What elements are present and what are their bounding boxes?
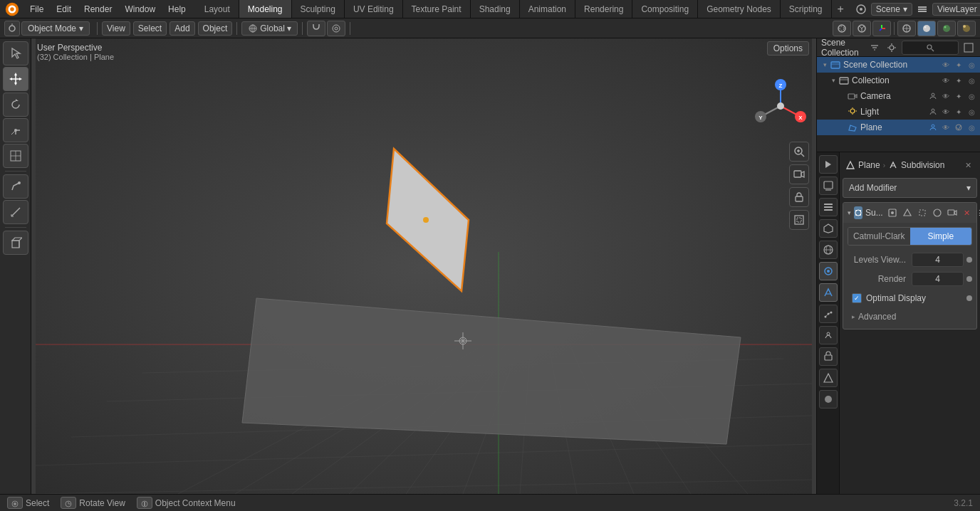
levels-view-dot[interactable] — [966, 257, 972, 263]
render-region-btn[interactable] — [789, 210, 809, 230]
wireframe-shading-btn[interactable] — [897, 21, 916, 36]
collection-item[interactable]: ▾ Collection 👁 ✦ ◎ — [817, 73, 980, 88]
render-properties-tab[interactable] — [819, 155, 838, 174]
cam-select[interactable]: ✦ — [953, 90, 964, 102]
modifier-editmode-btn[interactable] — [901, 206, 914, 219]
viewport-3d[interactable]: User Perspective (32) Collection | Plane… — [31, 38, 816, 494]
optimal-display-dot[interactable] — [966, 295, 972, 301]
tab-compositing[interactable]: Compositing — [632, 0, 698, 18]
modifier-expand-btn[interactable]: ▾ — [848, 209, 851, 216]
move-tool-btn[interactable] — [3, 67, 28, 91]
col-render[interactable]: ◎ — [966, 75, 977, 86]
plane-item[interactable]: Plane 👁 ◎ — [817, 120, 980, 135]
scene-collection-item[interactable]: ▾ Scene Collection 👁 ✦ ◎ — [817, 57, 980, 73]
cursor-tool-btn[interactable] — [3, 41, 28, 65]
plane-select[interactable] — [953, 122, 964, 133]
object-mode-dropdown[interactable]: Object Mode ▾ — [21, 21, 90, 36]
plane-visibility[interactable]: 👁 — [940, 122, 952, 133]
optimal-display-checkbox[interactable]: ✓ — [852, 293, 862, 303]
render-value[interactable]: 4 — [912, 272, 964, 286]
modifier-cage-btn[interactable] — [916, 206, 929, 219]
col-visibility[interactable]: 👁 — [940, 75, 952, 86]
navigation-gizmo[interactable]: Z X Y — [752, 78, 809, 135]
plane-user-icon[interactable] — [927, 122, 939, 133]
camera-view-btn[interactable] — [789, 164, 809, 184]
light-render[interactable]: ◎ — [966, 106, 977, 117]
simple-tab[interactable]: Simple — [910, 228, 972, 245]
menu-edit[interactable]: Edit — [51, 3, 77, 16]
cam-render[interactable]: ◎ — [966, 90, 977, 102]
light-user-icon[interactable] — [927, 106, 939, 117]
viewlayer-dropdown[interactable]: ViewLayer ▾ — [932, 3, 980, 16]
annotate-tool-btn[interactable] — [3, 174, 28, 199]
cam-visibility[interactable]: 👁 — [940, 90, 952, 102]
world-properties-tab[interactable] — [819, 241, 838, 259]
tab-scripting[interactable]: Scripting — [781, 0, 832, 18]
xray-toggle-btn[interactable] — [833, 21, 851, 36]
viewport-overlays-btn[interactable] — [853, 21, 871, 36]
outliner-filter-btn[interactable] — [867, 41, 882, 55]
menu-file[interactable]: File — [24, 3, 49, 16]
modifier-menu-btn[interactable]: ☰ — [976, 206, 980, 219]
transform-tool-btn[interactable] — [3, 144, 28, 168]
menu-window[interactable]: Window — [119, 3, 161, 16]
modifier-properties-tab[interactable] — [819, 283, 838, 302]
zoom-in-btn[interactable] — [789, 142, 809, 162]
add-btn[interactable]: Add — [170, 21, 194, 36]
proportional-edit-btn[interactable] — [327, 21, 345, 36]
viewlayer-properties-tab[interactable] — [819, 198, 838, 216]
add-cube-tool-btn[interactable] — [3, 231, 28, 255]
outliner-extra-btn[interactable] — [961, 41, 976, 55]
tab-sculpting[interactable]: Sculpting — [292, 0, 345, 18]
cam-user-icon[interactable] — [927, 90, 939, 102]
light-visibility[interactable]: 👁 — [940, 106, 952, 117]
plane-render[interactable]: ◎ — [966, 122, 977, 133]
tab-shading[interactable]: Shading — [471, 0, 520, 18]
view-btn[interactable]: View — [102, 21, 130, 36]
modifier-delete-btn[interactable]: ✕ — [961, 206, 974, 219]
lock-camera-btn[interactable] — [789, 187, 809, 207]
tab-rendering[interactable]: Rendering — [575, 0, 632, 18]
render-dot[interactable] — [966, 276, 972, 282]
tab-geometry-nodes[interactable]: Geometry Nodes — [698, 0, 781, 18]
snap-magnet-btn[interactable] — [307, 21, 325, 36]
menu-help[interactable]: Help — [162, 3, 192, 16]
object-icon-btn[interactable] — [4, 21, 20, 36]
rendered-shading-btn[interactable] — [957, 21, 976, 36]
add-modifier-button[interactable]: Add Modifier ▾ — [843, 178, 977, 198]
material-shading-btn[interactable] — [937, 21, 956, 36]
tab-modeling[interactable]: Modeling — [239, 0, 292, 18]
solid-shading-btn[interactable] — [917, 21, 936, 36]
modifier-realtime-btn[interactable] — [886, 206, 899, 219]
transform-global-dropdown[interactable]: Global ▾ — [241, 21, 298, 36]
menu-render[interactable]: Render — [78, 3, 118, 16]
camera-item[interactable]: Camera 👁 ✦ ◎ — [817, 88, 980, 104]
render-visibility-icon[interactable]: ◎ — [966, 59, 977, 70]
tab-layout[interactable]: Layout — [196, 0, 239, 18]
scale-tool-btn[interactable] — [3, 118, 28, 142]
tab-texture-paint[interactable]: Texture Paint — [403, 0, 471, 18]
visibility-icon[interactable]: 👁 — [940, 59, 952, 70]
scene-properties-tab[interactable] — [819, 219, 838, 238]
advanced-toggle[interactable]: ▸ Advanced — [848, 309, 972, 325]
select-btn[interactable]: Select — [133, 21, 167, 36]
col-select[interactable]: ✦ — [953, 75, 964, 86]
levels-view-value[interactable]: 4 — [912, 253, 964, 267]
restrict-select-icon[interactable]: ✦ — [953, 59, 964, 70]
constraints-properties-tab[interactable] — [819, 347, 838, 366]
light-select[interactable]: ✦ — [953, 106, 964, 117]
rotate-tool-btn[interactable] — [3, 93, 28, 117]
blender-logo-icon[interactable] — [4, 1, 20, 17]
object-btn[interactable]: Object — [198, 21, 233, 36]
light-item[interactable]: Light 👁 ✦ ◎ — [817, 104, 980, 120]
gizmo-toggle-btn[interactable] — [872, 21, 891, 36]
tab-animation[interactable]: Animation — [520, 0, 575, 18]
modifier-render-btn[interactable] — [931, 206, 944, 219]
add-workspace-button[interactable]: + — [832, 0, 850, 18]
viewport-options-button[interactable]: Options — [767, 41, 809, 56]
prop-close-btn[interactable]: ✕ — [961, 159, 974, 172]
measure-tool-btn[interactable] — [3, 200, 28, 224]
material-properties-tab[interactable] — [819, 390, 838, 409]
outliner-settings-btn[interactable] — [885, 41, 899, 55]
catmull-clark-tab[interactable]: Catmull-Clark — [848, 228, 910, 245]
